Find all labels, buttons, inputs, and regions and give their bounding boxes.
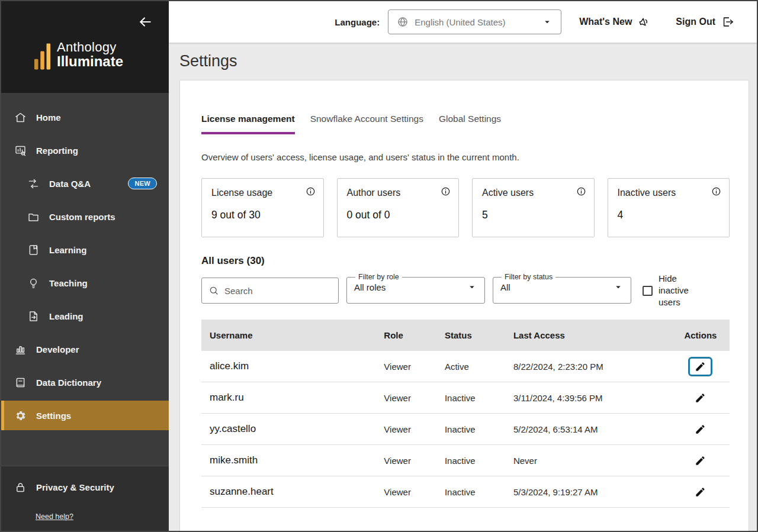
tab-license-management[interactable]: License management bbox=[201, 114, 295, 134]
filter-by-role-label: Filter by role bbox=[355, 273, 402, 281]
filter-by-role-value: All roles bbox=[354, 282, 386, 292]
hide-inactive-users-control[interactable]: Hide inactive users bbox=[643, 278, 695, 304]
lightbulb-icon bbox=[27, 277, 40, 289]
search-box[interactable] bbox=[201, 278, 339, 304]
filter-by-status-label: Filter by status bbox=[502, 273, 555, 281]
cell-role: Viewer bbox=[375, 476, 436, 508]
chevron-down-icon bbox=[613, 282, 624, 292]
pencil-icon bbox=[695, 455, 706, 466]
cell-role: Viewer bbox=[375, 445, 436, 476]
sidebar-item-custom-reports[interactable]: Custom reports bbox=[1, 202, 169, 231]
info-icon[interactable] bbox=[711, 186, 721, 196]
lock-icon bbox=[14, 481, 27, 494]
collapse-sidebar-button[interactable] bbox=[137, 14, 153, 31]
table-row: suzanne.heart Viewer Inactive 5/3/2024, … bbox=[201, 476, 730, 508]
hide-inactive-users-label: Hide inactive users bbox=[659, 273, 695, 308]
sidebar-item-home[interactable]: Home bbox=[1, 102, 169, 132]
cell-role: Viewer bbox=[375, 351, 436, 382]
chevron-down-icon bbox=[542, 17, 553, 27]
all-users-heading: All users (30) bbox=[201, 255, 730, 267]
edit-user-button[interactable] bbox=[688, 388, 712, 408]
chevron-down-icon bbox=[467, 282, 477, 292]
sign-out-label: Sign Out bbox=[676, 17, 715, 27]
sidebar-item-label: Reporting bbox=[36, 146, 78, 156]
bar-chart-icon bbox=[14, 343, 27, 356]
edit-user-button[interactable] bbox=[688, 482, 712, 502]
language-dropdown[interactable]: English (United States) bbox=[388, 9, 561, 34]
stat-card-title: License usage bbox=[211, 188, 314, 198]
info-icon[interactable] bbox=[306, 186, 316, 196]
pencil-icon bbox=[695, 361, 706, 372]
cell-status: Inactive bbox=[436, 476, 505, 508]
sidebar-item-privacy-security[interactable]: Privacy & Security bbox=[1, 472, 169, 502]
cell-username: yy.castello bbox=[201, 414, 375, 445]
sidebar-item-label: Data Q&A bbox=[49, 179, 91, 189]
col-header-username: Username bbox=[201, 320, 375, 351]
settings-tabs: License management Snowflake Account Set… bbox=[201, 114, 730, 134]
edit-user-button[interactable] bbox=[688, 451, 712, 470]
stat-card: Active users 5 bbox=[472, 178, 595, 237]
cell-role: Viewer bbox=[375, 382, 436, 414]
overview-text: Overview of users' access, license usage… bbox=[201, 152, 730, 162]
sidebar-item-label: Leading bbox=[49, 311, 83, 321]
whats-new-button[interactable]: What's New bbox=[579, 15, 651, 28]
folder-icon bbox=[27, 211, 40, 223]
sidebar-item-label: Custom reports bbox=[49, 212, 115, 222]
table-row: alice.kim Viewer Active 8/22/2024, 2:23:… bbox=[201, 351, 730, 382]
sidebar-item-settings[interactable]: Settings bbox=[1, 401, 169, 430]
stat-card-value: 0 bbox=[347, 209, 353, 221]
document-arrow-icon bbox=[27, 310, 40, 323]
filter-by-status-value: All bbox=[500, 282, 510, 292]
arrow-left-icon bbox=[137, 22, 153, 31]
sidebar-item-learning[interactable]: Learning bbox=[1, 235, 169, 265]
filter-by-status-select[interactable]: Filter by status All bbox=[493, 273, 631, 304]
edit-user-button[interactable] bbox=[688, 420, 712, 439]
sidebar-nav: Home Reporting Data Q&A NEW Custom repor… bbox=[1, 93, 169, 466]
filter-by-role-select[interactable]: Filter by role All roles bbox=[346, 273, 485, 304]
stat-card-value: 5 bbox=[482, 209, 488, 221]
hide-inactive-users-checkbox[interactable] bbox=[643, 286, 653, 296]
book-icon bbox=[14, 376, 27, 389]
sign-out-button[interactable]: Sign Out bbox=[676, 15, 734, 28]
stat-card-title: Active users bbox=[482, 188, 584, 198]
tab-snowflake-account-settings[interactable]: Snowflake Account Settings bbox=[310, 114, 423, 134]
cell-last-access: Never bbox=[505, 445, 672, 476]
cell-last-access: 3/11/2024, 4:39:56 PM bbox=[505, 382, 672, 414]
stat-card: License usage 9 out of 30 bbox=[201, 178, 324, 237]
sign-out-icon bbox=[721, 15, 734, 28]
search-icon bbox=[208, 285, 219, 296]
col-header-actions: Actions bbox=[672, 320, 730, 351]
edit-user-button[interactable] bbox=[688, 357, 712, 376]
cell-last-access: 5/3/2024, 9:19:27 AM bbox=[505, 476, 672, 508]
info-icon[interactable] bbox=[441, 186, 451, 196]
cell-last-access: 8/22/2024, 2:23:20 PM bbox=[505, 351, 672, 382]
cell-status: Inactive bbox=[436, 382, 505, 414]
sidebar-item-leading[interactable]: Leading bbox=[1, 301, 169, 331]
table-row: mark.ru Viewer Inactive 3/11/2024, 4:39:… bbox=[201, 382, 730, 414]
info-icon[interactable] bbox=[576, 186, 586, 196]
main-content: Settings License management Snowflake Ac… bbox=[169, 43, 757, 531]
main-column: Language: English (United States) What's… bbox=[169, 1, 757, 531]
col-header-status: Status bbox=[436, 320, 505, 351]
sidebar-item-teaching[interactable]: Teaching bbox=[1, 268, 169, 298]
sidebar-item-data-dictionary[interactable]: Data Dictionary bbox=[1, 367, 169, 397]
stat-card-title: Inactive users bbox=[618, 188, 720, 198]
table-header-row: Username Role Status Last Access Actions bbox=[201, 320, 730, 351]
sidebar-item-label: Home bbox=[36, 112, 61, 122]
stat-card: Author users 0 out of 0 bbox=[337, 178, 460, 237]
anthology-illuminate-logo: Anthology Illuminate bbox=[34, 40, 123, 70]
search-input[interactable] bbox=[224, 286, 332, 296]
sidebar-item-developer[interactable]: Developer bbox=[1, 334, 169, 364]
tab-global-settings[interactable]: Global Settings bbox=[439, 114, 501, 134]
sidebar-item-reporting[interactable]: Reporting bbox=[1, 136, 169, 165]
megaphone-icon bbox=[638, 15, 651, 28]
app-window: Anthology Illuminate Home Reporting Data… bbox=[0, 0, 758, 532]
report-chart-icon bbox=[14, 144, 27, 157]
sidebar-item-data-qa[interactable]: Data Q&A NEW bbox=[1, 169, 169, 198]
data-qa-icon bbox=[27, 178, 40, 190]
settings-card: License management Snowflake Account Set… bbox=[179, 80, 749, 531]
cell-status: Active bbox=[436, 351, 505, 382]
need-help-link[interactable]: Need help? bbox=[36, 512, 73, 521]
stat-cards: License usage 9 out of 30 Author users 0… bbox=[201, 178, 730, 237]
notebook-bookmark-icon bbox=[27, 244, 40, 256]
